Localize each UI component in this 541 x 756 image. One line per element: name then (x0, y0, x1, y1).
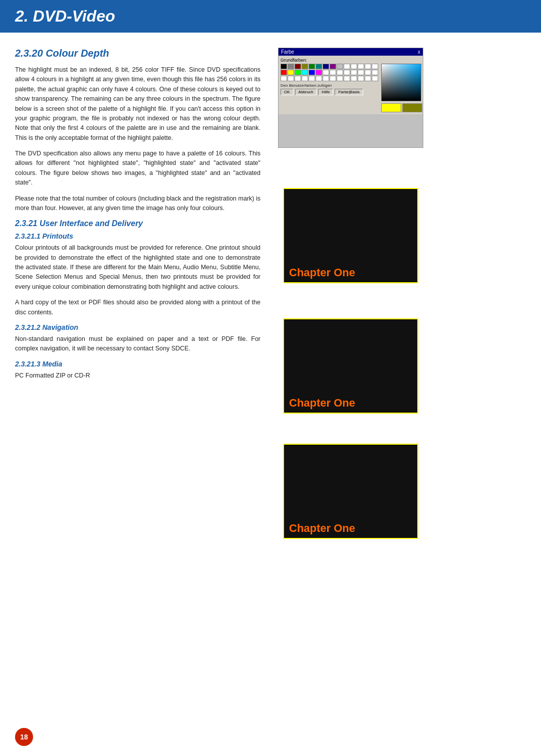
cp-add-color-label: Den Benutzerfarben zufügen (281, 83, 378, 88)
right-column: Farbe x Grundfarben: (270, 48, 431, 554)
section-2320-para1: The highlight must be an indexed, 8 bit,… (15, 65, 260, 143)
chapter-box-1: Chapter One (283, 188, 418, 283)
section-23212-para1: Non-standard navigation must be explaine… (15, 334, 260, 354)
section-23213-para1: PC Formatted ZIP or CD-R (15, 371, 260, 381)
chapter-label-3: Chapter One (284, 519, 360, 538)
section-23212: 2.3.21.2 Navigation Non-standard navigat… (15, 323, 260, 354)
cp-title: Farbe (281, 49, 294, 55)
cp-group-label: Grundfarben: (281, 58, 421, 63)
chapter-box-2: Chapter One (283, 318, 418, 414)
section-23212-heading: 2.3.21.2 Navigation (15, 323, 260, 331)
cp-close: x (418, 49, 420, 55)
chapter-box-1-wrapper: Chapter One (283, 188, 418, 283)
section-2320-para3: Please note that the total number of col… (15, 194, 260, 214)
section-23211: 2.3.21.1 Printouts Colour printouts of a… (15, 232, 260, 317)
color-picker-screenshot: Farbe x Grundfarben: (278, 48, 423, 148)
section-2320: 2.3.20 Colour Depth The highlight must b… (15, 48, 260, 213)
section-2320-heading: 2.3.20 Colour Depth (15, 48, 260, 59)
section-2321-heading: 2.3.21 User Interface and Delivery (15, 219, 260, 228)
header-banner: 2. DVD-Video (0, 0, 541, 33)
section-2320-para2: The DVD specification also allows any me… (15, 149, 260, 188)
section-23213-heading: 2.3.21.3 Media (15, 360, 260, 368)
cp-abort-button[interactable]: Abbruch (295, 89, 317, 95)
section-23211-para2: A hard copy of the text or PDF files sho… (15, 298, 260, 317)
section-23213: 2.3.21.3 Media PC Formatted ZIP or CD-R (15, 360, 260, 381)
chapter-box-3: Chapter One (283, 444, 418, 539)
chapter-box-2-wrapper: Chapter One (283, 318, 418, 414)
page-number-badge: 18 (15, 728, 33, 746)
page-content: 2.3.20 Colour Depth The highlight must b… (0, 48, 541, 554)
page-title: 2. DVD-Video (15, 7, 526, 26)
section-23211-para1: Colour printouts of all backgrounds must… (15, 243, 260, 292)
chapter-label-2: Chapter One (284, 394, 360, 413)
left-column: 2.3.20 Colour Depth The highlight must b… (15, 48, 270, 554)
cp-help-button[interactable]: Hilfe (318, 89, 333, 95)
chapter-box-3-wrapper: Chapter One (283, 444, 418, 539)
chapter-label-1: Chapter One (284, 263, 360, 282)
cp-colorbasis-button[interactable]: Farbe|Basis (335, 89, 363, 95)
section-23211-heading: 2.3.21.1 Printouts (15, 232, 260, 240)
cp-ok-button[interactable]: OK (281, 89, 294, 95)
section-2321: 2.3.21 User Interface and Delivery 2.3.2… (15, 219, 260, 381)
